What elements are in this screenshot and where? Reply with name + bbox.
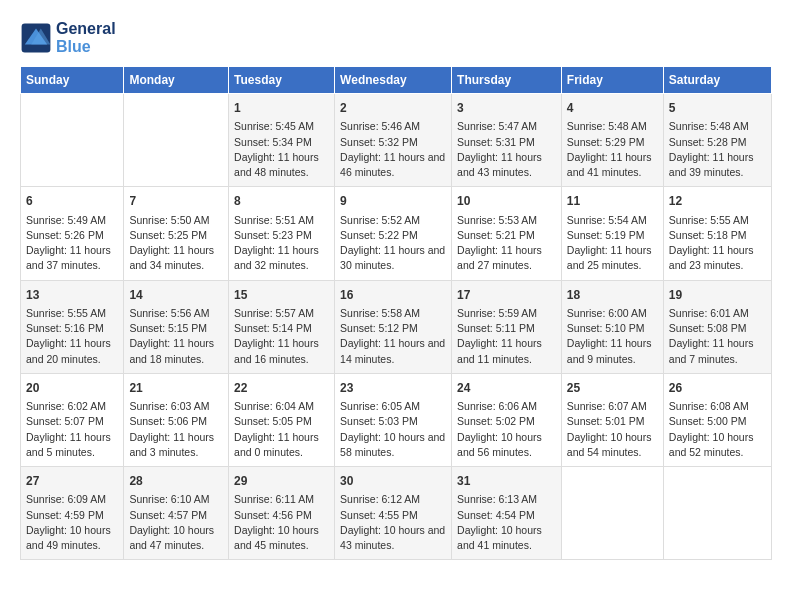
sunset: Sunset: 5:31 PM bbox=[457, 136, 535, 148]
day-number: 23 bbox=[340, 380, 446, 397]
calendar-cell: 18Sunrise: 6:00 AMSunset: 5:10 PMDayligh… bbox=[561, 280, 663, 373]
daylight: Daylight: 11 hours and 46 minutes. bbox=[340, 151, 445, 178]
day-number: 12 bbox=[669, 193, 766, 210]
calendar-cell: 23Sunrise: 6:05 AMSunset: 5:03 PMDayligh… bbox=[335, 373, 452, 466]
sunrise: Sunrise: 6:02 AM bbox=[26, 400, 106, 412]
calendar-cell bbox=[663, 467, 771, 560]
calendar-cell: 17Sunrise: 5:59 AMSunset: 5:11 PMDayligh… bbox=[452, 280, 562, 373]
sunrise: Sunrise: 6:03 AM bbox=[129, 400, 209, 412]
sunset: Sunset: 5:01 PM bbox=[567, 415, 645, 427]
day-number: 21 bbox=[129, 380, 223, 397]
day-number: 15 bbox=[234, 287, 329, 304]
header-wednesday: Wednesday bbox=[335, 67, 452, 94]
sunset: Sunset: 4:55 PM bbox=[340, 509, 418, 521]
header-row: SundayMondayTuesdayWednesdayThursdayFrid… bbox=[21, 67, 772, 94]
day-number: 13 bbox=[26, 287, 118, 304]
day-number: 19 bbox=[669, 287, 766, 304]
daylight: Daylight: 11 hours and 23 minutes. bbox=[669, 244, 754, 271]
day-number: 25 bbox=[567, 380, 658, 397]
week-row-1: 1Sunrise: 5:45 AMSunset: 5:34 PMDaylight… bbox=[21, 94, 772, 187]
calendar-cell: 19Sunrise: 6:01 AMSunset: 5:08 PMDayligh… bbox=[663, 280, 771, 373]
header-thursday: Thursday bbox=[452, 67, 562, 94]
day-number: 1 bbox=[234, 100, 329, 117]
sunset: Sunset: 5:32 PM bbox=[340, 136, 418, 148]
daylight: Daylight: 11 hours and 20 minutes. bbox=[26, 337, 111, 364]
day-number: 24 bbox=[457, 380, 556, 397]
calendar-cell: 28Sunrise: 6:10 AMSunset: 4:57 PMDayligh… bbox=[124, 467, 229, 560]
day-number: 2 bbox=[340, 100, 446, 117]
daylight: Daylight: 10 hours and 54 minutes. bbox=[567, 431, 652, 458]
sunset: Sunset: 5:05 PM bbox=[234, 415, 312, 427]
sunrise: Sunrise: 5:46 AM bbox=[340, 120, 420, 132]
sunset: Sunset: 5:28 PM bbox=[669, 136, 747, 148]
daylight: Daylight: 11 hours and 34 minutes. bbox=[129, 244, 214, 271]
calendar-cell: 22Sunrise: 6:04 AMSunset: 5:05 PMDayligh… bbox=[229, 373, 335, 466]
calendar-cell: 1Sunrise: 5:45 AMSunset: 5:34 PMDaylight… bbox=[229, 94, 335, 187]
sunset: Sunset: 5:23 PM bbox=[234, 229, 312, 241]
header-saturday: Saturday bbox=[663, 67, 771, 94]
sunrise: Sunrise: 5:58 AM bbox=[340, 307, 420, 319]
day-number: 27 bbox=[26, 473, 118, 490]
day-number: 22 bbox=[234, 380, 329, 397]
day-number: 18 bbox=[567, 287, 658, 304]
calendar-cell: 12Sunrise: 5:55 AMSunset: 5:18 PMDayligh… bbox=[663, 187, 771, 280]
sunrise: Sunrise: 6:07 AM bbox=[567, 400, 647, 412]
daylight: Daylight: 11 hours and 43 minutes. bbox=[457, 151, 542, 178]
sunrise: Sunrise: 5:50 AM bbox=[129, 214, 209, 226]
daylight: Daylight: 11 hours and 16 minutes. bbox=[234, 337, 319, 364]
calendar-cell: 24Sunrise: 6:06 AMSunset: 5:02 PMDayligh… bbox=[452, 373, 562, 466]
sunset: Sunset: 5:06 PM bbox=[129, 415, 207, 427]
sunrise: Sunrise: 6:01 AM bbox=[669, 307, 749, 319]
daylight: Daylight: 11 hours and 9 minutes. bbox=[567, 337, 652, 364]
calendar-cell: 7Sunrise: 5:50 AMSunset: 5:25 PMDaylight… bbox=[124, 187, 229, 280]
day-number: 11 bbox=[567, 193, 658, 210]
calendar-cell: 5Sunrise: 5:48 AMSunset: 5:28 PMDaylight… bbox=[663, 94, 771, 187]
page-header: General Blue bbox=[20, 20, 772, 56]
calendar-cell: 25Sunrise: 6:07 AMSunset: 5:01 PMDayligh… bbox=[561, 373, 663, 466]
daylight: Daylight: 11 hours and 25 minutes. bbox=[567, 244, 652, 271]
calendar-cell: 26Sunrise: 6:08 AMSunset: 5:00 PMDayligh… bbox=[663, 373, 771, 466]
daylight: Daylight: 10 hours and 49 minutes. bbox=[26, 524, 111, 551]
day-number: 31 bbox=[457, 473, 556, 490]
calendar-cell: 8Sunrise: 5:51 AMSunset: 5:23 PMDaylight… bbox=[229, 187, 335, 280]
day-number: 17 bbox=[457, 287, 556, 304]
daylight: Daylight: 11 hours and 27 minutes. bbox=[457, 244, 542, 271]
sunrise: Sunrise: 5:56 AM bbox=[129, 307, 209, 319]
sunset: Sunset: 5:03 PM bbox=[340, 415, 418, 427]
day-number: 3 bbox=[457, 100, 556, 117]
sunset: Sunset: 5:34 PM bbox=[234, 136, 312, 148]
day-number: 10 bbox=[457, 193, 556, 210]
sunrise: Sunrise: 5:47 AM bbox=[457, 120, 537, 132]
sunrise: Sunrise: 5:53 AM bbox=[457, 214, 537, 226]
sunrise: Sunrise: 6:08 AM bbox=[669, 400, 749, 412]
calendar-cell: 4Sunrise: 5:48 AMSunset: 5:29 PMDaylight… bbox=[561, 94, 663, 187]
day-number: 4 bbox=[567, 100, 658, 117]
sunset: Sunset: 5:14 PM bbox=[234, 322, 312, 334]
calendar-cell: 14Sunrise: 5:56 AMSunset: 5:15 PMDayligh… bbox=[124, 280, 229, 373]
calendar-cell: 15Sunrise: 5:57 AMSunset: 5:14 PMDayligh… bbox=[229, 280, 335, 373]
sunset: Sunset: 5:19 PM bbox=[567, 229, 645, 241]
calendar-cell: 29Sunrise: 6:11 AMSunset: 4:56 PMDayligh… bbox=[229, 467, 335, 560]
daylight: Daylight: 10 hours and 45 minutes. bbox=[234, 524, 319, 551]
day-number: 8 bbox=[234, 193, 329, 210]
daylight: Daylight: 11 hours and 11 minutes. bbox=[457, 337, 542, 364]
daylight: Daylight: 10 hours and 52 minutes. bbox=[669, 431, 754, 458]
sunrise: Sunrise: 6:04 AM bbox=[234, 400, 314, 412]
sunrise: Sunrise: 5:55 AM bbox=[669, 214, 749, 226]
day-number: 26 bbox=[669, 380, 766, 397]
daylight: Daylight: 11 hours and 39 minutes. bbox=[669, 151, 754, 178]
calendar-cell: 21Sunrise: 6:03 AMSunset: 5:06 PMDayligh… bbox=[124, 373, 229, 466]
daylight: Daylight: 11 hours and 37 minutes. bbox=[26, 244, 111, 271]
week-row-3: 13Sunrise: 5:55 AMSunset: 5:16 PMDayligh… bbox=[21, 280, 772, 373]
sunrise: Sunrise: 6:09 AM bbox=[26, 493, 106, 505]
sunset: Sunset: 5:00 PM bbox=[669, 415, 747, 427]
day-number: 14 bbox=[129, 287, 223, 304]
sunset: Sunset: 5:07 PM bbox=[26, 415, 104, 427]
calendar-cell: 2Sunrise: 5:46 AMSunset: 5:32 PMDaylight… bbox=[335, 94, 452, 187]
calendar-cell bbox=[561, 467, 663, 560]
daylight: Daylight: 11 hours and 18 minutes. bbox=[129, 337, 214, 364]
day-number: 28 bbox=[129, 473, 223, 490]
sunset: Sunset: 5:12 PM bbox=[340, 322, 418, 334]
logo: General Blue bbox=[20, 20, 116, 56]
calendar-cell: 3Sunrise: 5:47 AMSunset: 5:31 PMDaylight… bbox=[452, 94, 562, 187]
